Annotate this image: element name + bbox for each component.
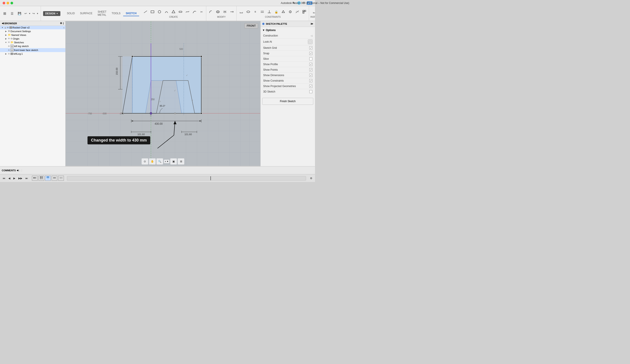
minimize-button[interactable] xyxy=(6,2,9,4)
grid-toggle[interactable]: ⊞ xyxy=(178,158,184,164)
tab-sketch[interactable]: SKETCH xyxy=(123,11,139,16)
snap-checkbox[interactable] xyxy=(309,52,312,55)
tab-sheet-metal[interactable]: SHEET METAL xyxy=(95,10,109,18)
measure-tool[interactable] xyxy=(312,9,315,15)
tree-item-sketches[interactable]: ▼ 👁 📁 Sketches xyxy=(0,40,66,44)
timeline-playhead[interactable] xyxy=(210,176,211,180)
eye-sketches[interactable]: 👁 xyxy=(8,41,10,44)
option-show-projected[interactable]: Show Projected Geometries xyxy=(262,84,313,89)
tree-item-left-leg[interactable]: ▶ 👁 ⬡ leftLeg:1 xyxy=(0,52,66,56)
palette-expand-icon[interactable]: ≫ xyxy=(310,22,313,26)
arc-tool[interactable] xyxy=(163,9,170,15)
eye-left-leg-comp[interactable]: 👁 xyxy=(8,53,10,55)
tree-item-doc-settings[interactable]: ▶ ⚙ Document Settings xyxy=(0,29,66,33)
sidebar-collapse-icon[interactable]: ◀ xyxy=(2,22,4,25)
tab-solid[interactable]: SOLID xyxy=(64,11,78,16)
line-tool[interactable] xyxy=(142,9,149,15)
slice-checkbox[interactable] xyxy=(309,57,312,60)
tab-surface[interactable]: SURFACE xyxy=(78,11,95,16)
tree-arrow-left-leg[interactable]: ▶ xyxy=(4,53,8,55)
menu-icon[interactable]: ☰ xyxy=(9,10,15,16)
show-points-checkbox[interactable] xyxy=(309,68,312,71)
close-button[interactable] xyxy=(2,2,5,4)
timeline-mode-5[interactable] xyxy=(58,176,64,181)
timeline-start[interactable]: ⏮ xyxy=(2,176,6,180)
tree-arrow-doc[interactable]: ▶ xyxy=(4,30,8,32)
timeline-mode-1[interactable] xyxy=(32,176,38,181)
option-3d-sketch[interactable]: 3D Sketch xyxy=(262,89,313,94)
tab-tools[interactable]: TOOLS xyxy=(109,11,123,16)
undo-button[interactable]: ↩ xyxy=(24,12,28,16)
show-constraints-checkbox[interactable] xyxy=(309,79,312,82)
save-icon[interactable]: 💾 xyxy=(16,10,23,16)
tangent-tool[interactable] xyxy=(294,9,300,15)
timeline-mode-3[interactable] xyxy=(45,176,51,181)
undo-dropdown[interactable]: ▼ xyxy=(28,12,32,15)
zoom-in[interactable]: + xyxy=(165,160,166,163)
view-cube[interactable]: FRONT xyxy=(244,23,258,28)
display-mode[interactable]: ▣ xyxy=(170,158,177,164)
tree-item-named-views[interactable]: ▶ 📁 Named Views xyxy=(0,33,66,37)
perpendicular-tool[interactable] xyxy=(266,9,272,15)
slot-tool[interactable] xyxy=(177,9,184,15)
tree-arrow-root[interactable]: ▼ xyxy=(1,26,4,29)
symmetric-tool[interactable] xyxy=(280,9,286,15)
tree-arrow-named-views[interactable]: ▶ xyxy=(4,34,8,36)
sidebar-expand-icon[interactable]: | xyxy=(63,22,64,25)
tree-item-front-lower-face[interactable]: 👁 ▭ front lower face sketch xyxy=(0,48,66,52)
midpoint-tool[interactable] xyxy=(287,9,294,15)
look-at-button[interactable] xyxy=(308,40,312,44)
polygon-tool[interactable] xyxy=(170,9,177,15)
option-slice[interactable]: Slice xyxy=(262,56,313,62)
timeline-mode-4[interactable] xyxy=(52,176,57,181)
timeline-settings[interactable]: ⚙ xyxy=(309,176,313,180)
option-show-profile[interactable]: Show Profile xyxy=(262,62,313,67)
pan-tool[interactable]: ✋ xyxy=(149,158,156,164)
option-look-at[interactable]: Look At xyxy=(262,38,313,45)
apps-icon[interactable]: ⊞ xyxy=(1,10,8,16)
option-show-dimensions[interactable]: Show Dimensions xyxy=(262,72,313,78)
zoom-tool[interactable]: 🔍 xyxy=(156,158,163,164)
timeline-end[interactable]: ⏭ xyxy=(24,176,29,180)
tree-arrow-origin[interactable]: ▶ xyxy=(4,38,8,40)
spline-tool[interactable] xyxy=(184,9,191,15)
option-show-points[interactable]: Show Points xyxy=(262,67,313,72)
canvas[interactable]: 150.00 250 430.00 101.60 101.60 85.0° xyxy=(66,21,260,166)
equal-tool[interactable]: = xyxy=(252,9,258,15)
fillet-tool[interactable] xyxy=(208,9,214,15)
eye-root[interactable]: 👁 xyxy=(7,26,9,29)
lock-tool[interactable]: 🔒 xyxy=(273,9,280,15)
redo-button[interactable]: ↪ xyxy=(32,12,36,16)
ellipse-tool[interactable] xyxy=(245,9,252,15)
timeline-track[interactable] xyxy=(67,176,306,180)
eye-origin[interactable]: 👁 xyxy=(8,38,10,40)
show-projected-checkbox[interactable] xyxy=(309,85,312,88)
timeline-prev[interactable]: ◀ xyxy=(8,176,11,180)
tree-item-left-leg-sketch[interactable]: 👁 ▭ left leg sketch xyxy=(0,44,66,48)
extend-tool[interactable] xyxy=(228,9,235,15)
conic-curve-tool[interactable] xyxy=(191,9,198,15)
zoom-dropdown[interactable]: ▼ xyxy=(167,160,169,163)
options-title[interactable]: ▼ Options xyxy=(262,29,313,32)
trim-tool[interactable]: ✂ xyxy=(198,9,205,15)
option-snap[interactable]: Snap xyxy=(262,51,313,56)
option-show-constraints[interactable]: Show Constraints xyxy=(262,78,313,84)
comments-collapse[interactable]: ◀ xyxy=(16,169,18,172)
show-dimensions-checkbox[interactable] xyxy=(309,74,312,77)
option-construction[interactable]: Construction ◁ xyxy=(262,33,313,38)
3d-sketch-checkbox[interactable] xyxy=(309,90,312,93)
dimension-tool[interactable] xyxy=(238,9,244,15)
option-sketch-grid[interactable]: Sketch Grid xyxy=(262,45,313,51)
tree-arrow-sketches[interactable]: ▼ xyxy=(4,41,8,44)
circle-tool[interactable] xyxy=(156,9,163,15)
eye-front-lower[interactable]: 👁 xyxy=(8,49,10,52)
maximize-button[interactable] xyxy=(10,2,13,4)
sketch-grid-checkbox[interactable] xyxy=(309,46,312,50)
orbit-tool[interactable]: ⊙ xyxy=(142,158,148,164)
design-dropdown[interactable]: DESIGN ▼ xyxy=(43,11,60,16)
timeline-mode-2[interactable] xyxy=(38,176,44,181)
timeline-play[interactable]: ▶ xyxy=(12,176,16,180)
mirror-tool[interactable] xyxy=(222,9,228,15)
tree-item-root[interactable]: ▼ ◉ 👁 ⬡ Rocket Chair v2 ● xyxy=(0,26,66,29)
visibility-root[interactable]: ◉ xyxy=(4,26,6,29)
